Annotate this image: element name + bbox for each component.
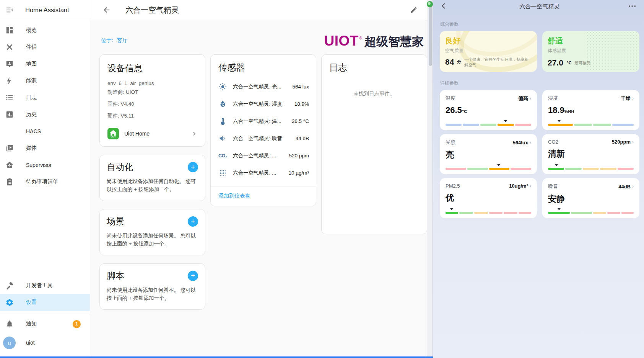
detail-corner[interactable]: 10ug/m³› (509, 183, 531, 189)
menu-toggle-icon[interactable] (5, 6, 14, 14)
overview-card-体感温度: 舒适 体感温度 27.0℃ 最可接受 (542, 31, 639, 72)
edit-button[interactable] (410, 6, 418, 14)
detail-corner[interactable]: 44dB› (618, 184, 634, 190)
detail-corner[interactable]: 520ppm› (612, 139, 634, 145)
scrollbar-track[interactable] (428, 0, 433, 358)
bar-segment (574, 124, 592, 126)
sidebar-item-map[interactable]: 地图 (0, 56, 90, 72)
overview-unit: ℃ (566, 60, 571, 65)
sidebar-menu: 概览 伴侣 地图 能源 日志 历史 HACS 媒体 Supervisor 待办事… (0, 20, 90, 190)
pencil-icon (410, 6, 418, 14)
level-marker-icon (497, 164, 500, 166)
detail-card-光照[interactable]: 光照 564lux› 亮 (440, 134, 537, 174)
sensor-row[interactable]: 六合一空气精灵: 噪音 44 dB (211, 130, 316, 147)
detail-unit: %RH (564, 109, 574, 114)
detail-card-温度[interactable]: 温度 偏高› 26.5℃ (440, 90, 537, 130)
add-button[interactable]: + (188, 216, 198, 227)
level-bar-wrap (446, 163, 531, 170)
bar-segment (607, 212, 620, 214)
sensor-row[interactable]: 六合一空气精灵: 湿度 18.9% (211, 95, 316, 113)
card-head: 自动化 + (107, 161, 198, 173)
bar-segment (600, 168, 616, 170)
detail-value-row: 清新 (548, 148, 634, 160)
column-device: 设备信息 env_6_1_air_genius 制造商: UIOT 固件: V4… (99, 54, 205, 310)
sensor-value: 10 µg/m³ (288, 170, 309, 176)
detail-label: 噪音 (548, 183, 558, 190)
detail-card-湿度[interactable]: 湿度 干燥› 18.9%RH (542, 90, 639, 130)
device-info-card: 设备信息 env_6_1_air_genius 制造商: UIOT 固件: V4… (99, 54, 205, 147)
sensor-name: 六合一空气精灵: 湿度 (233, 101, 291, 108)
detail-top-row: 光照 564lux› (446, 139, 531, 146)
sensor-value: 18.9% (294, 101, 309, 107)
sidebar-item-label: Supervisor (26, 162, 52, 168)
back-button[interactable] (102, 6, 111, 14)
detail-value-row: 亮 (446, 149, 531, 161)
sidebar-header: Home Assistant (0, 0, 90, 20)
sidebar-user[interactable]: u uiot (0, 333, 90, 353)
scrollbar-thumb[interactable] (429, 1, 432, 66)
sidebar-item-logbook[interactable]: 日志 (0, 89, 90, 106)
detail-corner[interactable]: 564lux› (513, 140, 531, 145)
add-button[interactable]: + (188, 162, 198, 172)
sidebar-item-supervisor[interactable]: Supervisor (0, 157, 90, 173)
bar-segment (515, 124, 531, 126)
brand-name: UIOT (324, 33, 359, 49)
level-bar-wrap (446, 208, 531, 214)
device-info-title: 设备信息 (107, 62, 197, 74)
add-to-dashboard-link[interactable]: 添加到仪表盘 (218, 193, 250, 199)
bar-segment (446, 124, 462, 126)
detail-card-CO2[interactable]: CO2 520ppm› 清新 (542, 134, 639, 174)
integration-link[interactable]: Uiot Home (107, 128, 197, 139)
sidebar-item-label: 设置 (26, 299, 37, 306)
app-back-button[interactable] (440, 2, 447, 10)
detail-corner[interactable]: 偏高› (518, 95, 531, 102)
sidebar-item-todo[interactable]: 待办事项清单 (0, 173, 90, 190)
sidebar-item-media[interactable]: 媒体 (0, 140, 90, 157)
device-related-card: 自动化 + 尚未使用此设备添加任何自动化。 您可以按上面的 + 按钮添加一个。 (99, 155, 205, 201)
sensor-row[interactable]: 六合一空气精灵: 温... 26.5 °C (211, 113, 316, 130)
sensor-name: 六合一空气精灵: 温... (233, 118, 289, 125)
sidebar-notifications[interactable]: 通知 1 (0, 315, 90, 333)
sidebar-item-icon (5, 93, 26, 102)
sun-icon (218, 83, 228, 91)
app-title-text: 六合一空气精灵 (520, 3, 560, 10)
overview-status: 良好 (445, 36, 532, 46)
sidebar-item-hacs[interactable]: HACS (0, 123, 90, 140)
sensor-row[interactable]: 六合一空气精灵: 光... 564 lux (211, 78, 316, 95)
level-bar (446, 168, 531, 170)
detail-value: 优 (446, 193, 454, 203)
sidebar-item-companion[interactable]: 伴侣 (0, 39, 90, 56)
sidebar-item-history[interactable]: 历史 (0, 106, 90, 123)
sidebar-item-icon (5, 144, 26, 152)
level-bar-wrap (446, 119, 531, 126)
page-header: 六合一空气精灵 (90, 0, 428, 20)
device-firmware: 固件: V4.40 (107, 101, 197, 108)
level-bar (548, 124, 634, 126)
detail-card-PM2.5[interactable]: PM2.5 10ug/m³› 优 (440, 178, 537, 218)
partial-green-window-icon (427, 1, 433, 7)
sensor-name: 六合一空气精灵: ... (233, 170, 285, 177)
sensor-list: 六合一空气精灵: 光... 564 lux 六合一空气精灵: 湿度 18.9% … (211, 78, 316, 181)
chevron-right-icon: › (530, 140, 531, 145)
sidebar-item-overview[interactable]: 概览 (0, 22, 90, 39)
detail-corner[interactable]: 干燥› (621, 95, 634, 102)
sidebar-item-label: 能源 (26, 77, 37, 84)
bar-segment (498, 124, 514, 126)
sensor-row[interactable]: 六合一空气精灵: ... 10 µg/m³ (211, 164, 316, 181)
sensor-row[interactable]: CO₂ 六合一空气精灵: ... 520 ppm (211, 147, 316, 164)
level-bar-wrap (548, 163, 634, 170)
detail-card-噪音[interactable]: 噪音 44dB› 安静 (542, 178, 639, 218)
sidebar-item-devtools[interactable]: 开发者工具 (0, 277, 90, 294)
chevron-right-icon: › (530, 96, 531, 101)
app-title: Home Assistant (25, 7, 69, 14)
add-button[interactable]: + (188, 271, 198, 281)
detail-label: CO2 (548, 139, 558, 145)
bar-segment (504, 212, 517, 214)
bar-segment (548, 212, 570, 214)
sidebar-item-settings[interactable]: 设置 (0, 294, 90, 311)
location-link[interactable]: 客厅 (117, 37, 128, 43)
sidebar-item-energy[interactable]: 能源 (0, 72, 90, 89)
more-menu-button[interactable] (628, 3, 636, 9)
sidebar-item-icon (5, 298, 26, 307)
level-marker-icon (504, 120, 507, 122)
